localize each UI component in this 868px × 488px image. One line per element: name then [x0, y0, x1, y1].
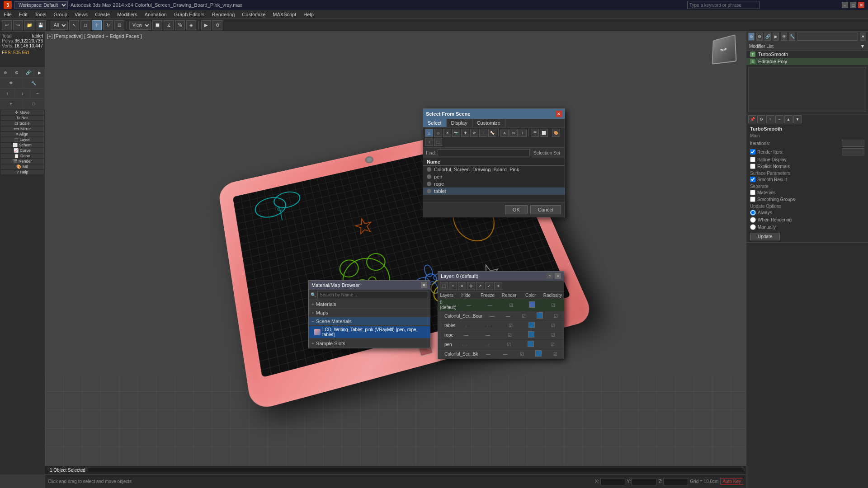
- sfs-list-btn[interactable]: ☰: [531, 129, 539, 137]
- save-button[interactable]: 💾: [36, 20, 46, 30]
- ld-delete-btn[interactable]: ✕: [458, 282, 466, 290]
- view-dropdown[interactable]: View: [129, 21, 151, 30]
- sfs-invert-btn[interactable]: I: [519, 129, 527, 137]
- search-input[interactable]: [687, 1, 760, 9]
- ld-set-current-btn[interactable]: ✓: [485, 282, 493, 290]
- mb-close-button[interactable]: ✕: [421, 282, 427, 288]
- mb-scene-materials-header[interactable]: − Scene Materials: [309, 317, 430, 325]
- sfs-color-btn[interactable]: 🎨: [552, 129, 560, 137]
- sfs-item-0[interactable]: Colorful_Screen_Drawing_Board_Pink: [423, 166, 565, 173]
- nav-cube[interactable]: TOP: [710, 36, 741, 68]
- layer-row-colorful-board[interactable]: Colorful_Scr...Boar — — ☑ ☑: [438, 311, 564, 321]
- object-name-field[interactable]: tablet: [797, 33, 858, 41]
- menu-rendering[interactable]: Rendering: [208, 11, 239, 18]
- menu-edit[interactable]: Edit: [15, 11, 31, 18]
- menu-tools[interactable]: Tools: [31, 11, 50, 18]
- menu-graph-editors[interactable]: Graph Editors: [170, 11, 208, 18]
- y-input[interactable]: [632, 478, 656, 485]
- sfs-item-1[interactable]: pen: [423, 173, 565, 180]
- sfs-sort-btn[interactable]: ↕: [425, 138, 433, 146]
- sfs-ok-button[interactable]: OK: [505, 205, 528, 214]
- open-button[interactable]: 📁: [24, 20, 34, 30]
- sfs-close-button[interactable]: ✕: [556, 111, 562, 117]
- rp-tab-hierarchy[interactable]: 🔗: [764, 33, 771, 41]
- layer-row-pen[interactable]: pen — — ☑ ☑: [438, 340, 564, 349]
- display-tool-btn[interactable]: 👁: [0, 78, 23, 88]
- rp-tab-modify[interactable]: ⚙: [756, 33, 763, 41]
- menu-create[interactable]: Create: [91, 11, 113, 18]
- smooth-result-checkbox[interactable]: [750, 177, 755, 182]
- rotate-tool[interactable]: ↻ Rot: [1, 116, 44, 120]
- align-tool[interactable]: ≡ Align: [1, 132, 44, 136]
- redo-button[interactable]: ↪: [13, 20, 23, 30]
- help-btn[interactable]: ? Help: [1, 170, 44, 174]
- sfs-shapes-btn[interactable]: ◇: [434, 129, 442, 137]
- link-tool-btn[interactable]: ↑: [0, 89, 15, 99]
- menu-views[interactable]: Views: [71, 11, 91, 18]
- ld-close-btn[interactable]: ✕: [555, 273, 561, 279]
- manually-radio[interactable]: [750, 224, 756, 230]
- autokey-label[interactable]: Auto Key: [720, 478, 743, 485]
- mb-search-input[interactable]: [317, 291, 428, 298]
- ld-new-btn[interactable]: +: [449, 282, 457, 290]
- dope-sheet[interactable]: 📋 Dope: [1, 154, 44, 158]
- explicit-normals-checkbox[interactable]: [750, 164, 755, 169]
- scale-button[interactable]: ⊡: [114, 20, 124, 30]
- ld-help-btn[interactable]: ?: [547, 273, 553, 279]
- menu-maxscript[interactable]: MAXScript: [269, 11, 300, 18]
- sfs-lights-btn[interactable]: ☀: [443, 129, 451, 137]
- select-move-button[interactable]: ✛: [92, 20, 102, 30]
- angle-snap-button[interactable]: ∡: [164, 20, 174, 30]
- materials-checkbox[interactable]: [750, 190, 755, 195]
- render-frame[interactable]: 🎬 Render: [1, 159, 44, 164]
- sfs-item-2[interactable]: rope: [423, 180, 565, 188]
- ld-add-selection-btn[interactable]: ⊕: [467, 282, 475, 290]
- sfs-geometry-btn[interactable]: △: [425, 129, 433, 137]
- utilities-tool-btn[interactable]: 🔧: [23, 78, 45, 88]
- object-list-expand[interactable]: ▼: [860, 33, 866, 41]
- x-input[interactable]: [600, 478, 625, 485]
- always-radio[interactable]: [750, 210, 756, 216]
- filter-dropdown[interactable]: All: [51, 21, 68, 30]
- move-tool[interactable]: ✛ Move: [1, 110, 44, 115]
- menu-animation[interactable]: Animation: [141, 11, 170, 18]
- sfs-find-input[interactable]: [438, 149, 530, 156]
- sfs-tab-display[interactable]: Display: [447, 119, 472, 127]
- sfs-layers-btn[interactable]: ⬚: [434, 138, 442, 146]
- modifier-item-editablepoly[interactable]: E Editable Poly: [746, 58, 868, 65]
- layer-row-tablet[interactable]: tablet — — ☑ ☑: [438, 321, 564, 330]
- bind-tool-btn[interactable]: ~: [30, 89, 45, 99]
- rect-select-btn[interactable]: □: [23, 99, 45, 109]
- sfs-none-btn[interactable]: N: [509, 129, 518, 137]
- motion-tool-btn[interactable]: ▶: [34, 68, 45, 78]
- sfs-particles-btn[interactable]: ·: [479, 129, 487, 137]
- spinner-snap-button[interactable]: ◈: [186, 20, 196, 30]
- layer-row-default[interactable]: 0 (default) — — ☑ ☑: [438, 299, 564, 311]
- menu-help[interactable]: Help: [300, 11, 317, 18]
- mod-remove-btn[interactable]: −: [775, 115, 783, 123]
- sfs-hierarchy-btn[interactable]: ⬜: [540, 129, 548, 137]
- sfs-all-btn[interactable]: A: [500, 129, 509, 137]
- mod-move-down-btn[interactable]: ▼: [793, 115, 802, 123]
- mb-scene-material-item[interactable]: LCD_Writing_Tablet_pink (VRayMtl) [pen, …: [309, 326, 430, 338]
- render-setup-button[interactable]: ⚙: [212, 20, 222, 30]
- rp-tab-utilities[interactable]: 🔧: [789, 33, 795, 41]
- modify-tool-btn[interactable]: ⚙: [11, 68, 23, 78]
- mod-add-btn[interactable]: +: [766, 115, 774, 123]
- ld-layers-icon[interactable]: ⬚: [440, 282, 448, 290]
- close-button[interactable]: ✕: [858, 2, 864, 8]
- mb-materials-header[interactable]: + Materials: [309, 300, 430, 308]
- sfs-tab-select[interactable]: Select: [423, 119, 447, 127]
- modifier-item-turbosmooth[interactable]: T TurboSmooth: [746, 51, 868, 58]
- select-by-name-btn[interactable]: H: [0, 99, 23, 109]
- rp-tab-motion[interactable]: ▶: [773, 33, 779, 41]
- curve-editor[interactable]: 📈 Curve: [1, 148, 44, 153]
- sfs-spacewarps-btn[interactable]: ⟳: [470, 129, 478, 137]
- isoline-checkbox[interactable]: [750, 157, 755, 162]
- snap-toggle-button[interactable]: 🔲: [152, 20, 162, 30]
- sfs-tab-customize[interactable]: Customize: [472, 119, 505, 127]
- smoothing-groups-checkbox[interactable]: [750, 197, 755, 202]
- render-iters-input[interactable]: 2: [842, 148, 864, 155]
- time-slider[interactable]: [63, 468, 744, 473]
- layer-manager[interactable]: ⬚ Layer: [1, 137, 44, 142]
